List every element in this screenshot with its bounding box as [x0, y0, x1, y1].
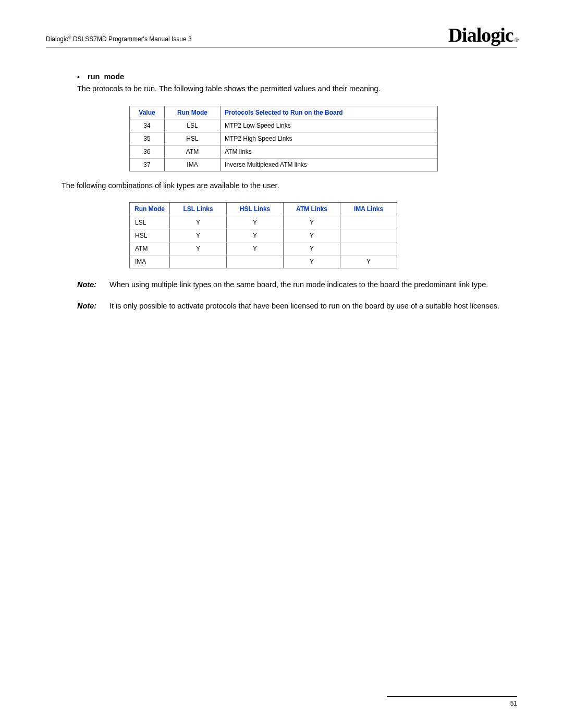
table-row: 36 ATM ATM links	[130, 145, 438, 158]
bullet-icon: •	[77, 72, 88, 82]
table-row: HSL Y Y Y	[130, 229, 397, 242]
table-row: 34 LSL MTP2 Low Speed Links	[130, 119, 438, 132]
note-1: Note: When using multiple link types on …	[77, 280, 517, 290]
col-header-atm: ATM Links	[284, 203, 340, 216]
header-title: Dialogic® DSI SS7MD Programmer's Manual …	[46, 35, 192, 46]
page-footer: 51	[387, 696, 517, 707]
page-number: 51	[510, 700, 517, 707]
col-header-run-mode: Run Mode	[130, 203, 170, 216]
col-header-mode: Run Mode	[165, 106, 221, 119]
table-row: ATM Y Y Y	[130, 242, 397, 255]
col-header-hsl: HSL Links	[227, 203, 284, 216]
col-header-lsl: LSL Links	[170, 203, 227, 216]
table-row: IMA Y Y	[130, 255, 397, 268]
note-label: Note:	[77, 280, 109, 290]
param-name: run_mode	[88, 72, 124, 81]
note-2: Note: It is only possible to activate pr…	[77, 301, 517, 312]
note-text: When using multiple link types on the sa…	[109, 280, 517, 290]
note-label: Note:	[77, 301, 109, 312]
note-text: It is only possible to activate protocol…	[109, 301, 517, 312]
table-row: 37 IMA Inverse Multiplexed ATM links	[130, 158, 438, 171]
link-combinations-table: Run Mode LSL Links HSL Links ATM Links I…	[129, 202, 397, 268]
param-description: The protocols to be run. The following t…	[77, 84, 517, 94]
col-header-ima: IMA Links	[340, 203, 397, 216]
run-mode-table: Value Run Mode Protocols Selected to Run…	[129, 106, 438, 171]
brand-logo: Dialogic®	[448, 25, 517, 46]
combinations-intro: The following combinations of link types…	[62, 181, 517, 191]
table-row: 35 HSL MTP2 High Speed Links	[130, 132, 438, 145]
page-header: Dialogic® DSI SS7MD Programmer's Manual …	[46, 25, 517, 47]
col-header-value: Value	[130, 106, 165, 119]
col-header-protocols: Protocols Selected to Run on the Board	[221, 106, 438, 119]
table-row: LSL Y Y Y	[130, 216, 397, 229]
